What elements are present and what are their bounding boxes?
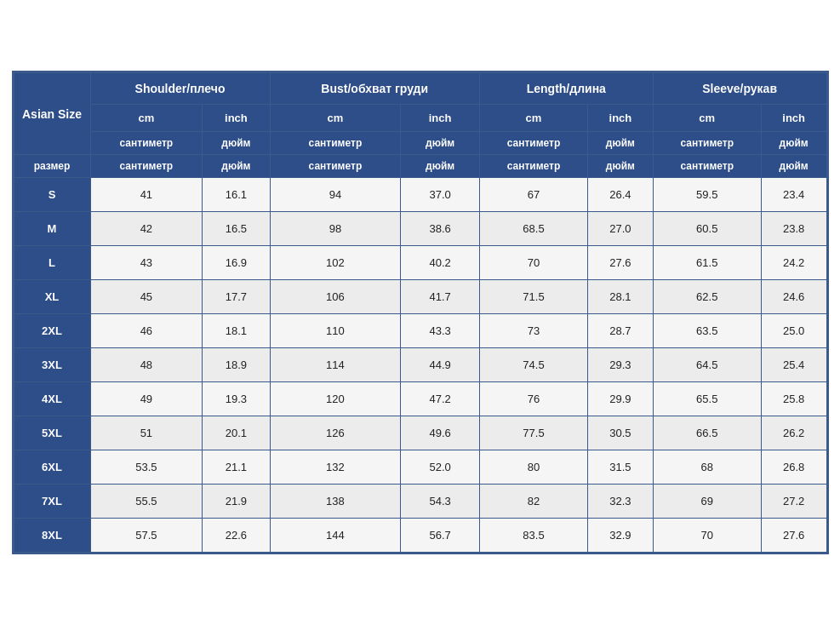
sh-cm-label: сантиметр [90, 155, 203, 178]
cell-5-4: 74.5 [479, 348, 587, 382]
cell-4-3: 43.3 [401, 314, 480, 348]
length-inch: inch [588, 105, 654, 132]
length-cm-ru: сантиметр [479, 132, 587, 155]
cell-3-2: 106 [270, 280, 401, 314]
cell-9-4: 82 [479, 485, 587, 519]
cell-10-7: 27.6 [761, 519, 826, 553]
cell-6-4: 76 [479, 382, 587, 416]
cell-2-2: 102 [270, 246, 401, 280]
shoulder-inch-ru: дюйм [203, 132, 270, 155]
table-row: XL4517.710641.771.528.162.524.6 [14, 280, 826, 314]
cell-1-0: 42 [90, 212, 203, 246]
table-row: 4XL4919.312047.27629.965.525.8 [14, 382, 826, 416]
table-row: 3XL4818.911444.974.529.364.525.4 [14, 348, 826, 382]
cell-1-7: 23.8 [761, 212, 826, 246]
table-row: L4316.910240.27027.661.524.2 [14, 246, 826, 280]
cell-6-1: 19.3 [203, 382, 270, 416]
size-chart-table: Asian Size Shoulder/плечо Bust/обхват гр… [14, 72, 827, 553]
cell-5-0: 48 [90, 348, 203, 382]
table-row: M4216.59838.668.527.060.523.8 [14, 212, 826, 246]
sl-cm-label: сантиметр [653, 155, 761, 178]
cell-8-3: 52.0 [401, 450, 480, 485]
cell-8-5: 31.5 [588, 450, 654, 485]
le-cm-label: сантиметр [479, 155, 587, 178]
table-row: 6XL53.521.113252.08031.56826.8 [14, 450, 826, 485]
cell-5-6: 64.5 [653, 348, 761, 382]
le-inch-label: дюйм [588, 155, 654, 178]
cell-0-3: 37.0 [401, 178, 480, 212]
cell-0-1: 16.1 [203, 178, 270, 212]
cell-1-5: 27.0 [588, 212, 654, 246]
cell-9-7: 27.2 [761, 485, 826, 519]
cell-2-6: 61.5 [653, 246, 761, 280]
bust-header: Bust/обхват груди [270, 73, 479, 105]
cell-3-5: 28.1 [588, 280, 654, 314]
size-label-xl: XL [14, 280, 90, 314]
cell-2-7: 24.2 [761, 246, 826, 280]
cell-0-0: 41 [90, 178, 203, 212]
cell-4-6: 63.5 [653, 314, 761, 348]
cell-5-5: 29.3 [588, 348, 654, 382]
cell-2-1: 16.9 [203, 246, 270, 280]
size-label-5xl: 5XL [14, 416, 90, 450]
cell-9-1: 21.9 [203, 485, 270, 519]
bust-cm: cm [270, 105, 401, 132]
bust-cm-ru: сантиметр [270, 132, 401, 155]
cell-10-2: 144 [270, 519, 401, 553]
cell-5-1: 18.9 [203, 348, 270, 382]
cell-0-6: 59.5 [653, 178, 761, 212]
size-label-7xl: 7XL [14, 485, 90, 519]
cell-3-6: 62.5 [653, 280, 761, 314]
cell-5-7: 25.4 [761, 348, 826, 382]
cell-7-1: 20.1 [203, 416, 270, 450]
header-row-units: cm inch cm inch cm inch cm inch [14, 105, 826, 132]
size-label-8xl: 8XL [14, 519, 90, 553]
header-row-groups: Asian Size Shoulder/плечо Bust/обхват гр… [14, 73, 826, 105]
cell-5-2: 114 [270, 348, 401, 382]
cell-7-5: 30.5 [588, 416, 654, 450]
cell-3-0: 45 [90, 280, 203, 314]
table-row: 8XL57.522.614456.783.532.97027.6 [14, 519, 826, 553]
cell-10-5: 32.9 [588, 519, 654, 553]
shoulder-cm: cm [90, 105, 203, 132]
cell-5-3: 44.9 [401, 348, 480, 382]
cell-1-2: 98 [270, 212, 401, 246]
cell-3-7: 24.6 [761, 280, 826, 314]
cell-0-7: 23.4 [761, 178, 826, 212]
cell-9-0: 55.5 [90, 485, 203, 519]
size-label-s: S [14, 178, 90, 212]
sl-inch-label: дюйм [761, 155, 826, 178]
cell-9-3: 54.3 [401, 485, 480, 519]
shoulder-header: Shoulder/плечо [90, 73, 270, 105]
bust-inch: inch [401, 105, 480, 132]
table-row: 7XL55.521.913854.38232.36927.2 [14, 485, 826, 519]
cell-8-4: 80 [479, 450, 587, 485]
cell-7-6: 66.5 [653, 416, 761, 450]
shoulder-inch: inch [203, 105, 270, 132]
cell-10-4: 83.5 [479, 519, 587, 553]
sleeve-cm: cm [653, 105, 761, 132]
cell-2-3: 40.2 [401, 246, 480, 280]
cell-1-3: 38.6 [401, 212, 480, 246]
cell-8-2: 132 [270, 450, 401, 485]
cell-6-6: 65.5 [653, 382, 761, 416]
size-label-3xl: 3XL [14, 348, 90, 382]
sleeve-cm-ru: сантиметр [653, 132, 761, 155]
cell-4-4: 73 [479, 314, 587, 348]
cell-2-4: 70 [479, 246, 587, 280]
cell-6-2: 120 [270, 382, 401, 416]
table-row: S4116.19437.06726.459.523.4 [14, 178, 826, 212]
header-row-units-ru: сантиметр дюйм сантиметр дюйм сантиметр … [14, 132, 826, 155]
cell-2-5: 27.6 [588, 246, 654, 280]
cell-3-4: 71.5 [479, 280, 587, 314]
size-chart-wrapper: Asian Size Shoulder/плечо Bust/обхват гр… [12, 71, 829, 554]
cell-7-4: 77.5 [479, 416, 587, 450]
cell-7-3: 49.6 [401, 416, 480, 450]
cell-0-5: 26.4 [588, 178, 654, 212]
size-label-4xl: 4XL [14, 382, 90, 416]
cell-9-5: 32.3 [588, 485, 654, 519]
cell-4-5: 28.7 [588, 314, 654, 348]
sleeve-inch-ru: дюйм [761, 132, 826, 155]
shoulder-cm-ru: сантиметр [90, 132, 203, 155]
cell-1-6: 60.5 [653, 212, 761, 246]
